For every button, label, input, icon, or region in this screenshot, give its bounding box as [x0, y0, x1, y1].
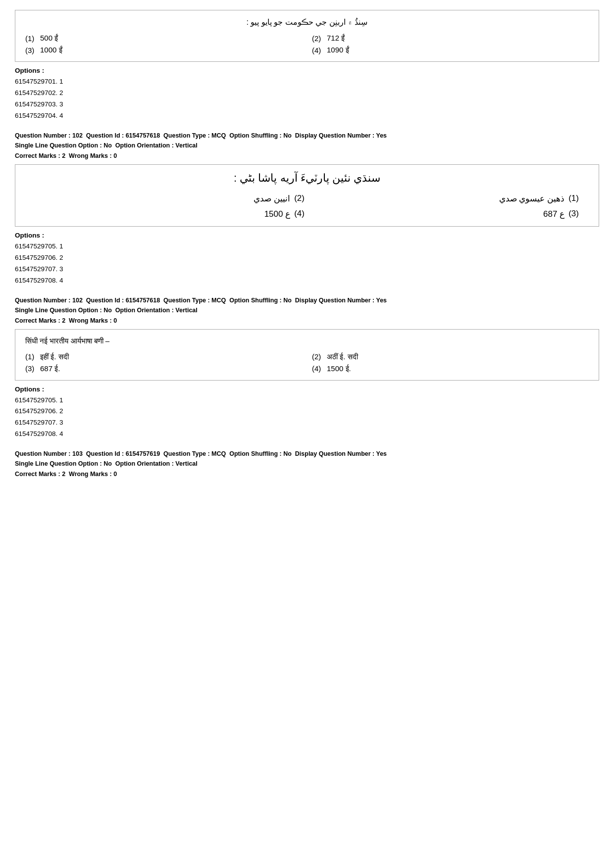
question-meta-4: Question Number : 103 Question Id : 6154…: [15, 449, 599, 469]
option-3-3: (3) 687 ई.: [25, 364, 302, 373]
option-line-1-2: 61547529702. 2: [15, 88, 599, 99]
question-box-1: سِنڌُ ۾ اربنِن جي حڪومت جو پايو پيو : (1…: [15, 10, 599, 62]
option-num-1-3: (3): [25, 46, 35, 54]
option-line-3-4: 61547529708. 4: [15, 429, 599, 440]
option-line-2-3: 61547529707. 3: [15, 264, 599, 275]
arabic-opt-2-2: (2) انيين صدي: [35, 193, 305, 204]
option-line-1-3: 61547529703. 3: [15, 99, 599, 110]
arabic-opt-num-2-2: (2): [294, 193, 305, 203]
section-1: سِنڌُ ۾ اربنِن جي حڪومت جو پايو پيو : (1…: [15, 10, 599, 122]
correct-marks-4: Correct Marks : 2 Wrong Marks : 0: [15, 471, 599, 478]
section-2: Question Number : 102 Question Id : 6154…: [15, 131, 599, 287]
options-grid-3: (1) इहीं ई. सदी (2) अठीं ई. सदी (3) 687 …: [25, 352, 589, 373]
option-3-4: (4) 1500 ई.: [312, 364, 589, 373]
arabic-opt-text-2-2: انيين صدي: [254, 193, 290, 204]
option-1-3: (3) 1000 ईं: [25, 46, 302, 54]
hindi-question-3: सिंधी नई भारतीय आर्यभाषा बणी –: [25, 337, 589, 345]
option-line-1-1: 61547529701. 1: [15, 76, 599, 88]
options-label-1: Options :: [15, 67, 599, 74]
option-1-2: (2) 712 ईं: [312, 34, 589, 43]
option-text-1-2: 712 ईं: [327, 34, 345, 43]
arabic-opt-num-2-1: (1): [568, 193, 579, 203]
question-box-2: سنڌي نئين پارٽيءَ آريه پاشا بڻي : (1) ذه…: [15, 164, 599, 227]
option-3-1: (1) इहीं ई. सदी: [25, 352, 302, 361]
option-1-1: (1) 500 ईं: [25, 34, 302, 43]
option-line-2-2: 61547529706. 2: [15, 252, 599, 264]
arabic-grid-2: (1) ذهين عيسوي صدي (2) انيين صدي (3) ع 6…: [35, 193, 579, 219]
question-meta-3: Question Number : 102 Question Id : 6154…: [15, 295, 599, 315]
option-text-3-1: इहीं ई. सदी: [40, 352, 69, 361]
option-1-4: (4) 1090 ईं: [312, 46, 589, 54]
options-grid-1: (1) 500 ईं (2) 712 ईं (3) 1000 ईं (4) 10…: [25, 34, 589, 54]
correct-marks-2: Correct Marks : 2 Wrong Marks : 0: [15, 152, 599, 159]
option-text-3-3: 687 ई.: [40, 364, 60, 373]
option-text-1-4: 1090 ईं: [327, 46, 349, 54]
arabic-opt-2-4: (4) ع 1500: [35, 209, 305, 219]
option-num-1-1: (1): [25, 34, 35, 43]
option-line-3-1: 61547529705. 1: [15, 395, 599, 406]
option-text-1-1: 500 ईं: [40, 34, 58, 43]
arabic-opt-2-1: (1) ذهين عيسوي صدي: [309, 193, 579, 204]
section-4: Question Number : 103 Question Id : 6154…: [15, 449, 599, 478]
options-label-2: Options :: [15, 232, 599, 239]
arabic-opt-text-2-1: ذهين عيسوي صدي: [499, 193, 564, 204]
option-line-2-4: 61547529708. 4: [15, 275, 599, 287]
option-line-2-1: 61547529705. 1: [15, 241, 599, 252]
option-num-1-4: (4): [312, 46, 322, 54]
option-num-3-4: (4): [312, 364, 322, 373]
option-num-1-2: (2): [312, 34, 322, 43]
options-label-3: Options :: [15, 386, 599, 393]
arabic-opt-num-2-4: (4): [294, 209, 305, 219]
question-box-3: सिंधी नई भारतीय आर्यभाषा बणी – (1) इहीं …: [15, 329, 599, 381]
question-text-1: سِنڌُ ۾ اربنِن جي حڪومت جو پايو پيو :: [25, 17, 589, 27]
option-line-3-3: 61547529707. 3: [15, 417, 599, 429]
arabic-question-2: سنڌي نئين پارٽيءَ آريه پاشا بڻي :: [25, 172, 589, 185]
option-text-1-3: 1000 ईं: [40, 46, 62, 54]
option-line-1-4: 61547529704. 4: [15, 110, 599, 122]
option-num-3-1: (1): [25, 352, 35, 361]
option-3-2: (2) अठीं ई. सदी: [312, 352, 589, 361]
arabic-opt-text-2-4: ع 1500: [264, 209, 291, 219]
option-line-3-2: 61547529706. 2: [15, 406, 599, 417]
arabic-opt-text-2-3: ع 687: [543, 209, 564, 219]
option-text-3-2: अठीं ई. सदी: [327, 352, 358, 361]
arabic-opt-num-2-3: (3): [568, 209, 579, 219]
question-meta-2: Question Number : 102 Question Id : 6154…: [15, 131, 599, 150]
arabic-opt-2-3: (3) ع 687: [309, 209, 579, 219]
section-3: Question Number : 102 Question Id : 6154…: [15, 295, 599, 440]
option-num-3-2: (2): [312, 352, 322, 361]
correct-marks-3: Correct Marks : 2 Wrong Marks : 0: [15, 317, 599, 324]
option-num-3-3: (3): [25, 364, 35, 373]
option-text-3-4: 1500 ई.: [327, 364, 351, 373]
